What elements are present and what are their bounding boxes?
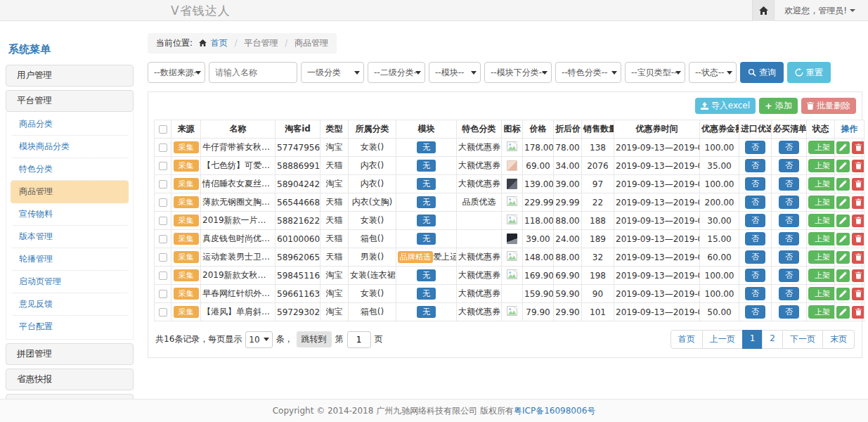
filter-select-特色分类[interactable]: --特色分类--	[555, 62, 621, 83]
edit-button[interactable]	[836, 160, 850, 172]
query-button[interactable]: 查询	[740, 62, 784, 83]
row-checkbox[interactable]	[159, 162, 167, 170]
module-badge[interactable]: 无	[417, 178, 436, 190]
sidebar-subitem-启动页管理[interactable]: 启动页管理	[11, 271, 129, 293]
status-badge[interactable]: 上架	[808, 177, 835, 191]
edit-button[interactable]	[836, 196, 850, 209]
sidebar-subitem-商品管理[interactable]: 商品管理	[11, 181, 129, 203]
delete-button[interactable]	[852, 288, 864, 300]
edit-button[interactable]	[836, 233, 850, 245]
import-select-toggle[interactable]: 否	[745, 287, 765, 300]
pager-item-2[interactable]: 2	[762, 330, 783, 349]
sidebar-subitem-版本管理[interactable]: 版本管理	[11, 226, 129, 248]
status-badge[interactable]: 上架	[808, 250, 835, 264]
sidebar-subitem-平台配置[interactable]: 平台配置	[11, 316, 129, 338]
delete-button[interactable]	[852, 178, 864, 191]
must-buy-toggle[interactable]: 否	[779, 305, 799, 319]
status-badge[interactable]: 上架	[808, 287, 835, 300]
module-badge[interactable]: 无	[417, 196, 436, 208]
delete-button[interactable]	[852, 160, 864, 172]
user-menu[interactable]: 欢迎您，管理员!	[775, 5, 868, 17]
delete-button[interactable]	[852, 196, 864, 209]
import-select-toggle[interactable]: 否	[745, 232, 765, 245]
sidebar-item-用户管理[interactable]: 用户管理	[6, 65, 134, 87]
module-badge[interactable]: 无	[417, 288, 436, 300]
module-badge[interactable]: 品牌精选	[398, 251, 433, 263]
import-select-toggle[interactable]: 否	[745, 305, 765, 319]
import-select-toggle[interactable]: 否	[745, 250, 765, 264]
reset-button[interactable]: 重置	[787, 62, 831, 83]
filter-select-宝贝类型[interactable]: --宝贝类型--	[625, 62, 685, 83]
sidebar-subitem-意见反馈[interactable]: 意见反馈	[11, 293, 129, 316]
pager-item-末页[interactable]: 末页	[822, 330, 855, 349]
import-select-toggle[interactable]: 否	[745, 177, 765, 191]
per-page-select[interactable]: 10	[245, 331, 272, 348]
sidebar-subitem-模块商品分类[interactable]: 模块商品分类	[11, 136, 129, 158]
filter-select-一级分类[interactable]: 一级分类	[301, 62, 364, 83]
page-number-input[interactable]	[347, 331, 371, 348]
import-select-toggle[interactable]: 否	[745, 196, 765, 209]
filter-select-状态[interactable]: --状态--	[689, 62, 737, 83]
name-search-input[interactable]	[209, 62, 297, 83]
row-checkbox[interactable]	[159, 271, 167, 280]
must-buy-toggle[interactable]: 否	[779, 232, 799, 245]
select-all-checkbox[interactable]	[159, 125, 167, 134]
delete-button[interactable]	[852, 233, 864, 245]
status-badge[interactable]: 上架	[808, 232, 835, 245]
sidebar-item-平台管理[interactable]: 平台管理	[6, 90, 134, 112]
edit-button[interactable]	[836, 251, 850, 264]
row-checkbox[interactable]	[159, 253, 167, 262]
filter-select-模块[interactable]: --模块--	[429, 62, 481, 83]
import-select-toggle[interactable]: 否	[745, 159, 765, 172]
home-button[interactable]	[752, 0, 775, 21]
edit-button[interactable]	[836, 269, 850, 282]
status-badge[interactable]: 上架	[808, 305, 835, 319]
row-checkbox[interactable]	[159, 235, 167, 243]
row-checkbox[interactable]	[159, 143, 167, 152]
filter-select-模块下分类[interactable]: --模块下分类--	[484, 62, 552, 83]
jump-button[interactable]: 跳转到	[297, 331, 332, 347]
delete-button[interactable]	[852, 141, 864, 154]
row-checkbox[interactable]	[159, 180, 167, 188]
edit-button[interactable]	[836, 178, 850, 191]
module-badge[interactable]: 无	[417, 160, 436, 172]
delete-button[interactable]	[852, 269, 864, 282]
must-buy-toggle[interactable]: 否	[779, 250, 799, 264]
must-buy-toggle[interactable]: 否	[779, 287, 799, 300]
import-select-toggle[interactable]: 否	[745, 141, 765, 154]
edit-button[interactable]	[836, 141, 850, 154]
add-button[interactable]: + 添加	[759, 98, 798, 114]
must-buy-toggle[interactable]: 否	[779, 141, 799, 154]
sidebar-subitem-轮播管理[interactable]: 轮播管理	[11, 248, 129, 271]
status-badge[interactable]: 上架	[808, 196, 835, 209]
must-buy-toggle[interactable]: 否	[779, 214, 799, 227]
import-excel-button[interactable]: 导入excel	[695, 98, 756, 114]
delete-button[interactable]	[852, 306, 864, 319]
edit-button[interactable]	[836, 306, 850, 319]
pager-item-1[interactable]: 1	[742, 330, 763, 349]
filter-select-二级分类[interactable]: --二级分类--	[368, 62, 425, 83]
row-checkbox[interactable]	[159, 308, 167, 316]
delete-button[interactable]	[852, 215, 864, 227]
icp-link[interactable]: 粤ICP备16098006号	[514, 406, 595, 416]
sidebar-subitem-商品分类[interactable]: 商品分类	[11, 113, 129, 136]
status-badge[interactable]: 上架	[808, 159, 835, 172]
pager-item-下一页[interactable]: 下一页	[782, 330, 823, 349]
status-badge[interactable]: 上架	[808, 269, 835, 282]
row-checkbox[interactable]	[159, 290, 167, 298]
module-badge[interactable]: 无	[417, 141, 436, 153]
delete-button[interactable]	[852, 251, 864, 264]
batch-delete-button[interactable]: 批量删除	[801, 98, 856, 114]
module-badge[interactable]: 无	[417, 269, 436, 281]
status-badge[interactable]: 上架	[808, 214, 835, 227]
sidebar-subitem-宣传物料[interactable]: 宣传物料	[11, 203, 129, 226]
row-checkbox[interactable]	[159, 198, 167, 207]
import-select-toggle[interactable]: 否	[745, 214, 765, 227]
must-buy-toggle[interactable]: 否	[779, 159, 799, 172]
sidebar-item-拼团管理[interactable]: 拼团管理	[6, 343, 134, 365]
filter-select-数据来源[interactable]: --数据来源--	[148, 62, 205, 83]
breadcrumb-home-link[interactable]: 首页	[211, 38, 228, 48]
edit-button[interactable]	[836, 215, 850, 227]
pager-item-上一页[interactable]: 上一页	[702, 330, 743, 349]
sidebar-item-省惠快报[interactable]: 省惠快报	[6, 369, 134, 390]
